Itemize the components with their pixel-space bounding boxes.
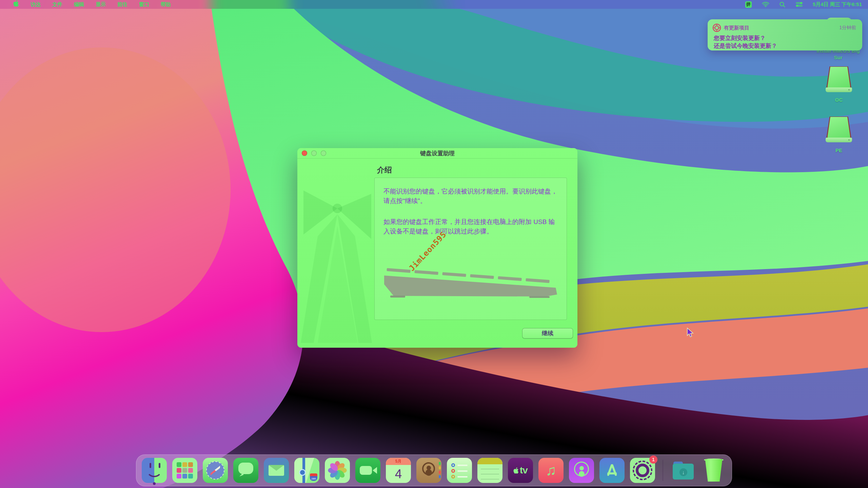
search-icon bbox=[780, 2, 785, 7]
maps-shield: 280 bbox=[310, 473, 317, 481]
menu-item-edit[interactable]: 编辑 bbox=[68, 0, 90, 9]
menu-bar: 访达 文件 编辑 显示 前往 窗口 帮助 拼 5月4日 周三 下午6:51 bbox=[0, 0, 868, 9]
dock-facetime-icon[interactable] bbox=[355, 458, 380, 483]
wifi-icon bbox=[762, 2, 769, 7]
window-title: 键盘设置助理 bbox=[420, 149, 455, 157]
dock-podcasts-icon[interactable] bbox=[569, 458, 594, 483]
reminders-row bbox=[451, 462, 472, 468]
dialog-content-panel: 不能识别您的键盘，它必须被识别才能使用。要识别此键盘，请点按“继续”。 如果您的… bbox=[374, 178, 567, 320]
dock-contacts-icon[interactable] bbox=[416, 458, 441, 483]
keyboard-setup-assistant-window: 键盘设置助理 介绍 不能识别您的键盘，它必须被识别才能使用。要识别此键盘，请点按… bbox=[297, 148, 577, 348]
maps-pin bbox=[299, 469, 306, 476]
menu-bar-clock[interactable]: 5月4日 周三 下午6:51 bbox=[808, 1, 862, 8]
intro-paragraph-2: 如果您的键盘工作正常，并且您连接在电脑上的附加 USB 输入设备不是键盘，则可以… bbox=[375, 217, 567, 236]
control-center-menu[interactable] bbox=[790, 2, 808, 7]
dock-photos-icon[interactable] bbox=[325, 458, 350, 483]
input-method-icon: 拼 bbox=[745, 1, 752, 8]
desktop-icon-drive-oc[interactable] bbox=[825, 66, 852, 93]
menu-item-file[interactable]: 文件 bbox=[46, 0, 68, 9]
notification-badge: 1 bbox=[649, 455, 657, 464]
calendar-day: 4 bbox=[386, 465, 411, 483]
apple-logo-icon bbox=[13, 0, 19, 7]
drive-face bbox=[827, 117, 850, 138]
reminders-row bbox=[451, 468, 472, 474]
menu-item-help[interactable]: 帮助 bbox=[155, 0, 177, 9]
calendar-month: 5月 bbox=[386, 458, 411, 465]
menu-item-finder[interactable]: 访达 bbox=[25, 0, 46, 9]
dock-reminders-icon[interactable] bbox=[447, 458, 472, 483]
notification-body-line1: 您要立刻安装更新？ bbox=[714, 34, 856, 42]
intro-paragraph-1: 不能识别您的键盘，它必须被识别才能使用。要识别此键盘，请点按“继续”。 bbox=[375, 187, 567, 206]
dock-system-preferences-icon[interactable]: 1 bbox=[630, 458, 655, 483]
system-preferences-icon bbox=[712, 23, 721, 32]
wifi-menu[interactable] bbox=[757, 2, 774, 7]
notes-header bbox=[477, 458, 502, 464]
dock-messages-icon[interactable] bbox=[233, 458, 258, 483]
menu-item-go[interactable]: 前往 bbox=[112, 0, 133, 9]
input-method-menu[interactable]: 拼 bbox=[740, 1, 757, 8]
notification-time: 1分钟前 bbox=[839, 25, 856, 31]
menu-item-window[interactable]: 窗口 bbox=[133, 0, 155, 9]
dock-calendar-icon[interactable]: 5月 4 bbox=[386, 458, 411, 483]
dock-divider bbox=[663, 460, 663, 481]
dock-trash-icon[interactable] bbox=[701, 458, 726, 483]
dock-music-icon[interactable]: ♫ bbox=[538, 458, 564, 483]
dock-maps-icon[interactable]: 280 bbox=[294, 458, 319, 483]
install-icon-label-line2[interactable]: Sur bbox=[811, 55, 865, 60]
minimize-button[interactable] bbox=[311, 150, 317, 156]
contacts-tabs bbox=[439, 462, 441, 480]
mouse-cursor bbox=[686, 327, 695, 338]
drive-oc-label[interactable]: OC bbox=[812, 97, 866, 103]
music-note-icon: ♫ bbox=[546, 462, 556, 479]
finder-running-indicator bbox=[153, 482, 156, 485]
notes-lines bbox=[481, 464, 499, 483]
trash-cup bbox=[704, 459, 724, 482]
apple-menu[interactable] bbox=[7, 0, 25, 9]
dock-safari-icon[interactable] bbox=[203, 458, 228, 483]
dock-mail-icon[interactable] bbox=[264, 458, 289, 483]
drive-pe-label[interactable]: PE bbox=[812, 147, 866, 153]
notification-body-line2: 还是尝试今晚安装更新？ bbox=[714, 42, 856, 50]
dock: 280 5月 4 bbox=[136, 454, 732, 486]
photos-flower-icon bbox=[327, 460, 348, 481]
dock-app-store-icon[interactable] bbox=[599, 458, 625, 483]
drive-face bbox=[827, 67, 850, 88]
close-button[interactable] bbox=[302, 150, 307, 156]
download-arrow-icon: ↓ bbox=[679, 468, 687, 476]
desktop-icon-drive-pe[interactable] bbox=[825, 117, 852, 143]
sidebar-tuxedo-artwork bbox=[297, 158, 375, 348]
menu-item-view[interactable]: 显示 bbox=[90, 0, 112, 9]
zoom-button[interactable] bbox=[321, 150, 326, 156]
notification-software-update[interactable]: 有更新项目 1分钟前 您要立刻安装更新？ 还是尝试今晚安装更新？ bbox=[708, 19, 862, 50]
apple-logo-icon bbox=[513, 467, 519, 474]
dock-finder-icon[interactable] bbox=[142, 458, 167, 483]
control-center-icon bbox=[795, 2, 803, 7]
drive-led bbox=[848, 89, 850, 90]
page-title: 介绍 bbox=[377, 165, 392, 175]
dock-downloads-folder-icon[interactable]: ↓ bbox=[671, 458, 696, 483]
continue-button[interactable]: 继续 bbox=[522, 328, 573, 339]
dock-notes-icon[interactable] bbox=[477, 458, 502, 483]
dock-apple-tv-icon[interactable]: tv bbox=[508, 458, 533, 483]
drive-led bbox=[848, 139, 850, 141]
keyboard-illustration bbox=[383, 265, 560, 300]
dock-launchpad-icon[interactable] bbox=[172, 458, 197, 483]
reminders-row bbox=[451, 474, 472, 480]
tv-label: tv bbox=[520, 465, 528, 476]
window-title-bar[interactable]: 键盘设置助理 bbox=[297, 148, 577, 159]
notification-title: 有更新项目 bbox=[724, 25, 749, 31]
spotlight-menu[interactable] bbox=[774, 2, 790, 7]
